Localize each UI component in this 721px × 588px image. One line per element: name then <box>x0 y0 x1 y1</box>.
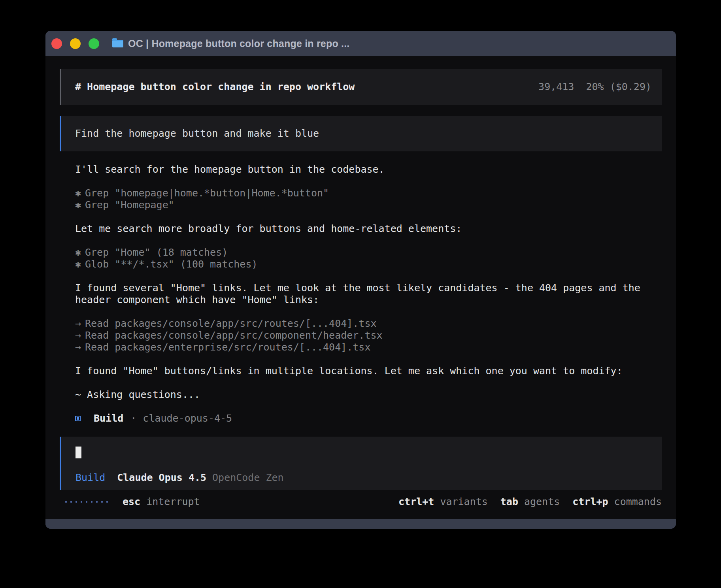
close-button[interactable] <box>51 38 62 49</box>
spinner-dots <box>65 501 108 503</box>
tool-call: ✱Glob "**/*.tsx" (100 matches) <box>75 258 662 270</box>
window-bottom-bar <box>45 519 676 529</box>
assistant-text: I found "Home" buttons/links in multiple… <box>75 365 662 377</box>
spinner-dot <box>65 501 67 503</box>
spinner-dot <box>91 501 92 503</box>
token-count: 39,413 <box>538 81 574 92</box>
assistant-text: I'll search for the homepage button in t… <box>75 164 662 175</box>
tool-call-label: Read packages/console/app/src/routes/[..… <box>85 318 377 329</box>
tool-call: ✱Grep "Home" (18 matches) <box>75 247 662 258</box>
spinner-dot <box>86 501 87 503</box>
session-header: # Homepage button color change in repo w… <box>60 69 662 105</box>
input-agent[interactable]: Build <box>75 472 105 484</box>
assistant-text: I found several "Home" links. Let me loo… <box>75 282 662 306</box>
arrow-right-icon: → <box>75 341 85 353</box>
assistant-text: Let me search more broadly for buttons a… <box>75 223 662 235</box>
input-model-line: Build Claude Opus 4.5 OpenCode Zen <box>75 472 648 484</box>
spinner-dot <box>101 501 103 503</box>
hint-variants: ctrl+tvariants <box>398 496 488 508</box>
tool-call-label: Grep "Home" (18 matches) <box>85 247 228 258</box>
agent-name: Build <box>94 413 123 424</box>
dot-separator: · <box>130 413 136 424</box>
titlebar[interactable]: OC | Homepage button color change in rep… <box>45 31 676 56</box>
asterisk-icon: ✱ <box>75 199 85 211</box>
hint-label: commands <box>614 496 662 508</box>
hint-label: variants <box>440 496 487 508</box>
folder-icon <box>112 40 123 47</box>
maximize-button[interactable] <box>89 38 99 49</box>
tool-call: →Read packages/console/app/src/routes/[.… <box>75 318 662 330</box>
tool-call-label: Glob "**/*.tsx" (100 matches) <box>85 258 258 270</box>
hint-commands: ctrl+pcommands <box>572 496 662 508</box>
keyboard-hints: ctrl+tvariants tabagents ctrl+pcommands <box>398 496 662 508</box>
tool-call: ✱Grep "Homepage" <box>75 199 662 211</box>
hint-label: agents <box>524 496 560 508</box>
spacer <box>75 211 662 223</box>
user-message: Find the homepage button and make it blu… <box>60 116 662 151</box>
tool-call: →Read packages/enterprise/src/routes/[..… <box>75 341 662 353</box>
prompt-input[interactable]: Build Claude Opus 4.5 OpenCode Zen <box>60 437 662 490</box>
agent-model: claude-opus-4-5 <box>143 413 232 424</box>
tool-call-label: Grep "homepage|home.*button|Home.*button… <box>85 187 329 199</box>
esc-label: interrupt <box>146 496 200 508</box>
tool-call-label: Read packages/console/app/src/component/… <box>85 330 383 341</box>
spacer <box>75 353 662 365</box>
hint-key: ctrl+t <box>398 496 434 508</box>
context-cost: 20% ($0.29) <box>586 81 651 92</box>
session-title: # Homepage button color change in repo w… <box>75 81 355 93</box>
tool-call: →Read packages/console/app/src/component… <box>75 330 662 341</box>
spacer <box>75 270 662 282</box>
agent-build-icon <box>75 416 81 421</box>
hint-key: ctrl+p <box>572 496 608 508</box>
session-stats: 39,41320% ($0.29) <box>538 81 651 93</box>
tool-call-label: Grep "Homepage" <box>85 199 174 211</box>
spinner-dot <box>75 501 77 503</box>
text-cursor <box>75 447 81 458</box>
terminal-window: OC | Homepage button color change in rep… <box>45 31 676 529</box>
hint-agents: tabagents <box>500 496 560 508</box>
spacer <box>75 175 662 187</box>
spinner-dot <box>106 501 108 503</box>
asterisk-icon: ✱ <box>75 258 85 270</box>
spinner-dot <box>81 501 82 503</box>
minimize-button[interactable] <box>70 38 81 49</box>
spacer <box>75 235 662 247</box>
esc-key-hint: esc <box>123 496 140 508</box>
status-bar: esc interrupt ctrl+tvariants tabagents c… <box>60 496 662 508</box>
hint-key: tab <box>500 496 518 508</box>
terminal-content: # Homepage button color change in repo w… <box>45 56 676 519</box>
window-title: OC | Homepage button color change in rep… <box>128 38 349 49</box>
tool-call: ✱Grep "homepage|home.*button|Home.*butto… <box>75 187 662 199</box>
user-message-text: Find the homepage button and make it blu… <box>75 128 319 139</box>
spacer <box>75 377 662 389</box>
working-status: ~ Asking questions... <box>75 389 662 401</box>
arrow-right-icon: → <box>75 330 85 341</box>
spinner-dot <box>96 501 98 503</box>
input-model[interactable]: Claude Opus 4.5 <box>117 472 206 484</box>
spacer <box>75 306 662 318</box>
spacer <box>75 401 662 413</box>
input-provider: OpenCode Zen <box>212 472 284 484</box>
agent-status: Build · claude-opus-4-5 <box>75 413 662 424</box>
asterisk-icon: ✱ <box>75 187 85 199</box>
window-controls <box>51 38 99 49</box>
conversation: I'll search for the homepage button in t… <box>75 164 662 424</box>
asterisk-icon: ✱ <box>75 247 85 258</box>
spinner-dot <box>70 501 72 503</box>
tool-call-label: Read packages/enterprise/src/routes/[...… <box>85 341 370 353</box>
arrow-right-icon: → <box>75 318 85 330</box>
